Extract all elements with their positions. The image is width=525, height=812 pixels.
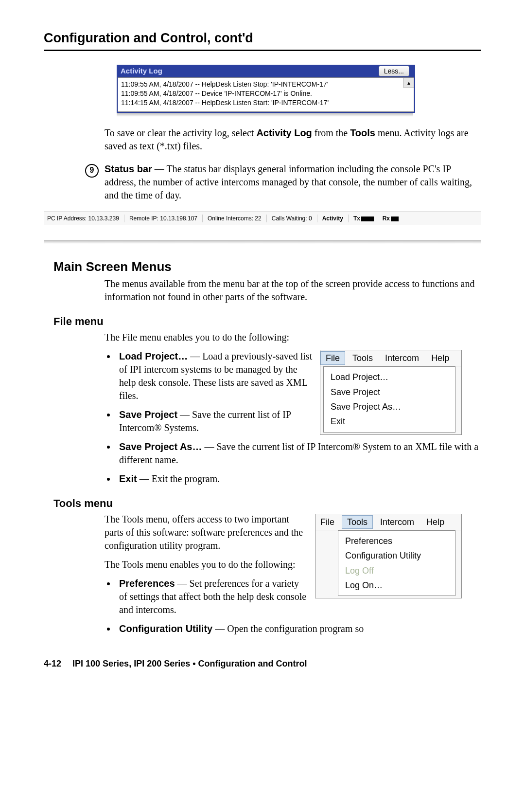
- scroll-up-icon[interactable]: ▴: [403, 78, 414, 88]
- activity-log-label: Activity Log: [121, 66, 162, 76]
- tools-menu-figure: File Tools Intercom Help Preferences Con…: [315, 514, 462, 598]
- tools-menu-heading: Tools menu: [53, 496, 481, 511]
- status-tx: Tx Rx: [353, 215, 399, 222]
- menu-item-preferences[interactable]: Preferences: [338, 534, 455, 548]
- status-bar-paragraph: Status bar — The status bar displays gen…: [105, 162, 481, 202]
- menu-item-load-project[interactable]: Load Project…: [324, 370, 455, 384]
- file-menu-figure: File Tools Intercom Help Load Project… S…: [320, 350, 462, 434]
- list-item: Configuration Utility — Open the configu…: [116, 622, 481, 635]
- file-menu-heading: File menu: [53, 314, 481, 329]
- activity-log-panel: Activity Log Less... ▴ 11:09:55 AM, 4/18…: [117, 65, 415, 113]
- status-pc-ip: PC IP Address: 10.13.3.239: [47, 215, 124, 222]
- menubar-intercom[interactable]: Intercom: [375, 516, 419, 528]
- status-bar-figure: PC IP Address: 10.13.3.239 Remote IP: 10…: [44, 212, 481, 225]
- main-screen-menus-heading: Main Screen Menus: [53, 258, 481, 275]
- menubar-tools[interactable]: Tools: [348, 352, 378, 364]
- menubar-intercom[interactable]: Intercom: [380, 352, 424, 364]
- menubar-help[interactable]: Help: [426, 352, 454, 364]
- log-line: 11:09:55 AM, 4/18/2007 -- HelpDesk Liste…: [121, 80, 411, 89]
- menu-item-save-project-as[interactable]: Save Project As…: [324, 399, 455, 414]
- list-item: Exit — Exit the program.: [116, 472, 481, 486]
- less-button[interactable]: Less...: [379, 66, 409, 76]
- status-remote-ip: Remote IP: 10.13.198.107: [129, 215, 203, 222]
- page-footer: 4-12 IPI 100 Series, IPI 200 Series • Co…: [44, 658, 481, 669]
- menubar-file[interactable]: File: [320, 351, 345, 365]
- status-calls-waiting: Calls Waiting: 0: [272, 215, 317, 222]
- log-line: 11:09:55 AM, 4/18/2007 -- Device 'IP-INT…: [121, 89, 411, 98]
- menu-item-save-project[interactable]: Save Project: [324, 385, 455, 399]
- menu-item-log-off: Log Off: [338, 563, 455, 578]
- menubar-file[interactable]: File: [315, 516, 339, 528]
- main-intro: The menus available from the menu bar at…: [105, 277, 481, 304]
- callout-number-9: 9: [85, 164, 99, 178]
- status-online-intercoms: Online Intercoms: 22: [208, 215, 267, 222]
- list-item: Save Project As… — Save the current list…: [116, 440, 481, 467]
- menubar-help[interactable]: Help: [421, 516, 449, 528]
- footer-text: IPI 100 Series, IPI 200 Series • Configu…: [72, 659, 307, 668]
- file-menu-intro: The File menu enables you to do the foll…: [105, 331, 481, 344]
- menubar-tools[interactable]: Tools: [342, 515, 373, 529]
- log-line: 11:14:15 AM, 4/18/2007 -- HelpDesk Liste…: [121, 98, 411, 108]
- status-activity: Activity: [322, 215, 349, 222]
- menu-item-log-on[interactable]: Log On…: [338, 578, 455, 593]
- page-title: Configuration and Control, cont'd: [44, 29, 481, 51]
- menu-item-exit[interactable]: Exit: [324, 414, 455, 429]
- activity-log-paragraph: To save or clear the activity log, selec…: [105, 126, 481, 153]
- page-number: 4-12: [44, 659, 61, 668]
- menu-item-config-utility[interactable]: Configuration Utility: [338, 548, 455, 563]
